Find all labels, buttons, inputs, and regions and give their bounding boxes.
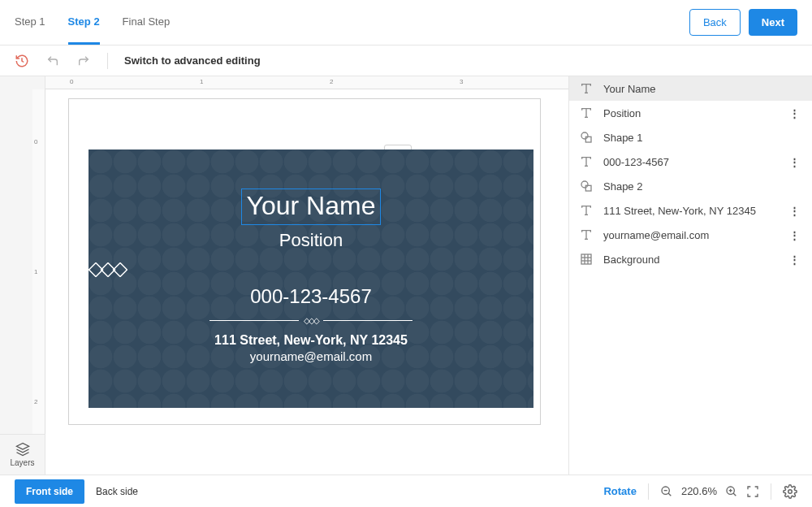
- layer-menu-icon[interactable]: ⋮: [789, 107, 802, 119]
- canvas-area: 0 1 2 3 0 1 2 Your Name Position 000-123…: [0, 76, 568, 474]
- svg-line-24: [668, 493, 671, 496]
- card-email[interactable]: yourname@email.com: [89, 349, 533, 363]
- layer-label: Position: [603, 107, 780, 119]
- text-icon: [579, 106, 594, 120]
- step-1[interactable]: Step 1: [15, 1, 45, 45]
- layer-label: 000-123-4567: [603, 156, 780, 168]
- ruler-tick: 1: [200, 78, 203, 85]
- layer-label: 111 Street, New-York, NY 12345: [603, 205, 780, 217]
- ruler-horizontal: 0 1 2 3: [45, 76, 568, 89]
- svg-marker-3: [16, 444, 28, 450]
- zoom-in-icon[interactable]: [725, 485, 738, 498]
- shape-icon: [579, 179, 594, 193]
- header: Step 1 Step 2 Final Step Back Next: [0, 0, 812, 46]
- main: 0 1 2 3 0 1 2 Your Name Position 000-123…: [0, 76, 812, 474]
- layer-row[interactable]: Shape 1: [569, 125, 812, 150]
- layer-row[interactable]: yourname@email.com⋮: [569, 223, 812, 247]
- text-icon: [579, 154, 594, 169]
- selected-text[interactable]: Your Name: [241, 188, 382, 225]
- svg-rect-9: [585, 136, 591, 142]
- toolbar: Switch to advanced editing: [0, 46, 812, 76]
- card-address[interactable]: 111 Street, New-York, NY 12345: [89, 333, 533, 348]
- ruler-tick: 0: [34, 138, 37, 145]
- zoom-out-icon[interactable]: [660, 485, 673, 498]
- background-icon: [579, 252, 594, 266]
- layers-toggle-button[interactable]: Layers: [0, 434, 45, 474]
- shape-icon: [579, 130, 594, 145]
- ruler-tick: 3: [460, 78, 463, 85]
- step-final[interactable]: Final Step: [123, 1, 171, 45]
- layer-menu-icon[interactable]: ⋮: [789, 156, 802, 168]
- svg-point-30: [788, 489, 793, 493]
- ruler-tick: 2: [34, 398, 37, 405]
- text-icon: [579, 228, 594, 242]
- footer-divider: [648, 483, 649, 500]
- canvas-page[interactable]: Your Name Position 000-123-4567 ◇◇◇ 111 …: [69, 99, 540, 424]
- layer-label: yourname@email.com: [603, 229, 780, 241]
- layer-menu-icon[interactable]: ⋮: [789, 254, 802, 266]
- layer-row[interactable]: Shape 2: [569, 174, 812, 198]
- toolbar-divider: [107, 53, 108, 69]
- layer-label: Shape 2: [603, 180, 802, 193]
- card-phone[interactable]: 000-123-4567: [89, 285, 533, 308]
- text-icon: [579, 203, 594, 218]
- card-name[interactable]: Your Name: [89, 188, 533, 225]
- fit-screen-icon[interactable]: [746, 485, 759, 498]
- layer-menu-icon[interactable]: ⋮: [789, 205, 802, 217]
- divider-ornament: ◇◇◇: [89, 316, 533, 325]
- business-card[interactable]: Your Name Position 000-123-4567 ◇◇◇ 111 …: [89, 150, 533, 408]
- layer-row[interactable]: Position⋮: [569, 101, 812, 125]
- svg-rect-13: [585, 185, 591, 191]
- layer-row[interactable]: Your Name: [569, 76, 812, 101]
- svg-rect-18: [581, 254, 591, 264]
- ruler-tick: 2: [330, 78, 333, 85]
- layers-label: Layers: [10, 458, 34, 467]
- card-position[interactable]: Position: [89, 230, 533, 251]
- rotate-button[interactable]: Rotate: [603, 485, 636, 497]
- layer-label: Background: [603, 254, 780, 266]
- ruler-vertical: 0 1 2: [32, 89, 45, 434]
- undo-icon[interactable]: [45, 54, 60, 68]
- layer-row[interactable]: 000-123-4567⋮: [569, 150, 812, 174]
- svg-point-12: [581, 181, 588, 188]
- layers-panel: Your NamePosition⋮Shape 1000-123-4567⋮Sh…: [568, 76, 812, 474]
- back-side-tab[interactable]: Back side: [84, 479, 149, 504]
- layer-label: Your Name: [603, 83, 802, 95]
- ruler-tick: 0: [70, 78, 73, 85]
- svg-line-27: [733, 493, 736, 496]
- svg-point-8: [581, 132, 588, 139]
- advanced-editing-toggle[interactable]: Switch to advanced editing: [124, 54, 261, 67]
- text-icon: [579, 81, 594, 96]
- footer-right: Rotate 220.6%: [603, 483, 797, 500]
- side-switcher: Front side Back side: [15, 479, 149, 504]
- zoom-controls: 220.6%: [660, 485, 759, 498]
- zoom-value: 220.6%: [681, 485, 717, 497]
- header-actions: Back Next: [689, 9, 797, 36]
- layer-row[interactable]: Background⋮: [569, 247, 812, 271]
- ornament-icon: [89, 262, 533, 277]
- history-icon[interactable]: [15, 54, 29, 68]
- ruler-tick: 1: [34, 268, 37, 275]
- steps-nav: Step 1 Step 2 Final Step: [15, 1, 170, 45]
- redo-icon[interactable]: [76, 54, 91, 68]
- footer-divider: [771, 483, 771, 500]
- layer-row[interactable]: 111 Street, New-York, NY 12345⋮: [569, 198, 812, 223]
- step-2[interactable]: Step 2: [68, 1, 100, 45]
- layer-label: Shape 1: [603, 132, 802, 144]
- back-button[interactable]: Back: [689, 9, 741, 36]
- settings-icon[interactable]: [783, 484, 797, 499]
- layer-menu-icon[interactable]: ⋮: [789, 229, 802, 241]
- front-side-tab[interactable]: Front side: [15, 479, 84, 504]
- next-button[interactable]: Next: [749, 9, 797, 36]
- footer: Front side Back side Rotate 220.6%: [0, 474, 812, 507]
